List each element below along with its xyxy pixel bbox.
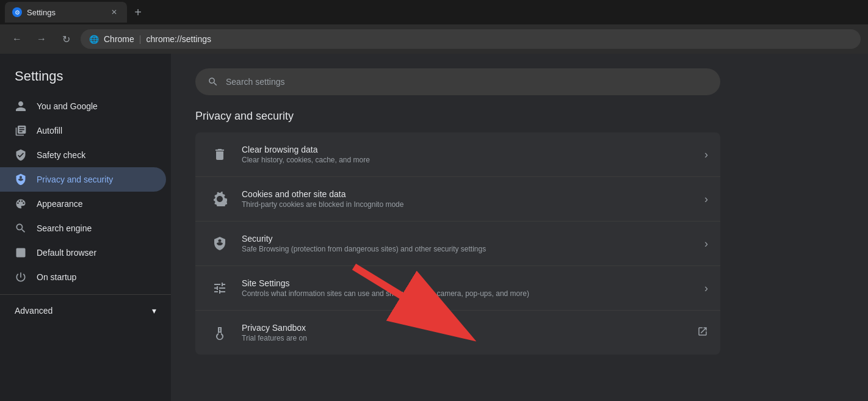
sidebar-item-label: On startup bbox=[37, 272, 76, 282]
trash-icon bbox=[208, 142, 232, 167]
reload-button[interactable]: ↻ bbox=[56, 29, 76, 49]
address-domain: Chrome bbox=[104, 34, 134, 44]
advanced-arrow-icon: ▾ bbox=[152, 306, 156, 316]
main-content: Privacy and security Clear browsing data… bbox=[171, 54, 868, 401]
chevron-right-icon: › bbox=[704, 282, 708, 295]
sidebar-item-you-and-google[interactable]: You and Google bbox=[0, 94, 166, 118]
sidebar-item-privacy-and-security[interactable]: Privacy and security bbox=[0, 167, 166, 192]
sidebar-item-label: You and Google bbox=[37, 101, 98, 111]
autofill-icon bbox=[15, 125, 27, 137]
sidebar-item-label: Safety check bbox=[37, 150, 85, 160]
chevron-right-icon: › bbox=[704, 193, 708, 206]
tab-bar: ⚙ Settings ✕ + bbox=[5, 2, 146, 23]
sidebar-item-autofill[interactable]: Autofill bbox=[0, 118, 166, 143]
sidebar-advanced-section[interactable]: Advanced ▾ bbox=[0, 300, 171, 322]
row-subtitle: Safe Browsing (protection from dangerous… bbox=[242, 245, 695, 253]
row-content-clear-browsing-data: Clear browsing data Clear history, cooki… bbox=[242, 145, 695, 164]
sidebar-title: Settings bbox=[0, 63, 171, 94]
sidebar-item-on-startup[interactable]: On startup bbox=[0, 265, 166, 289]
palette-icon bbox=[15, 198, 27, 210]
address-url: chrome://settings bbox=[146, 34, 211, 44]
settings-card: Clear browsing data Clear history, cooki… bbox=[195, 132, 720, 355]
sidebar: Settings You and Google Autofill Safety … bbox=[0, 54, 171, 401]
row-title: Clear browsing data bbox=[242, 145, 695, 154]
sidebar-item-label: Appearance bbox=[37, 199, 83, 209]
active-tab[interactable]: ⚙ Settings ✕ bbox=[5, 2, 127, 23]
forward-button[interactable]: → bbox=[32, 29, 51, 49]
sidebar-divider bbox=[0, 294, 171, 295]
tab-close-button[interactable]: ✕ bbox=[109, 7, 120, 18]
row-subtitle: Trial features are on bbox=[242, 334, 687, 342]
sidebar-item-label: Search engine bbox=[37, 223, 92, 233]
sidebar-item-search-engine[interactable]: Search engine bbox=[0, 216, 166, 240]
sidebar-item-safety-check[interactable]: Safety check bbox=[0, 143, 166, 167]
shield-lock-icon bbox=[15, 173, 27, 186]
shield-icon bbox=[15, 149, 27, 161]
person-icon bbox=[15, 100, 27, 112]
address-bar[interactable]: 🌐 Chrome | chrome://settings bbox=[81, 29, 861, 49]
content-wrapper: Clear browsing data Clear history, cooki… bbox=[195, 132, 844, 355]
row-title: Privacy Sandbox bbox=[242, 323, 687, 333]
browser-navbar: ← → ↻ 🌐 Chrome | chrome://settings bbox=[0, 24, 868, 54]
advanced-label: Advanced bbox=[15, 306, 52, 316]
chevron-right-icon: › bbox=[704, 237, 708, 250]
address-separator: | bbox=[139, 34, 142, 44]
sidebar-item-label: Autofill bbox=[37, 126, 62, 135]
sidebar-item-appearance[interactable]: Appearance bbox=[0, 192, 166, 216]
tab-title: Settings bbox=[27, 8, 104, 17]
back-button[interactable]: ← bbox=[7, 29, 27, 49]
external-link-icon bbox=[697, 326, 708, 339]
row-title: Cookies and other site data bbox=[242, 189, 695, 199]
row-subtitle: Controls what information sites can use … bbox=[242, 289, 695, 298]
search-bar[interactable] bbox=[195, 68, 720, 95]
row-content-privacy-sandbox: Privacy Sandbox Trial features are on bbox=[242, 323, 687, 342]
sidebar-item-label: Privacy and security bbox=[37, 175, 113, 184]
address-icon: 🌐 bbox=[89, 35, 99, 44]
sliders-icon bbox=[208, 276, 232, 300]
row-content-site-settings: Site Settings Controls what information … bbox=[242, 278, 695, 298]
flask-icon bbox=[208, 320, 232, 345]
section-title: Privacy and security bbox=[195, 110, 844, 123]
app-container: Settings You and Google Autofill Safety … bbox=[0, 54, 868, 401]
settings-row-site-settings[interactable]: Site Settings Controls what information … bbox=[195, 266, 720, 311]
chevron-right-icon: › bbox=[704, 148, 708, 161]
row-content-security: Security Safe Browsing (protection from … bbox=[242, 234, 695, 253]
power-icon bbox=[15, 271, 27, 283]
settings-row-privacy-sandbox[interactable]: Privacy Sandbox Trial features are on bbox=[195, 311, 720, 355]
search-input[interactable] bbox=[226, 77, 708, 87]
browser-titlebar: ⚙ Settings ✕ + bbox=[0, 0, 868, 24]
sidebar-item-default-browser[interactable]: Default browser bbox=[0, 240, 166, 265]
sidebar-item-label: Default browser bbox=[37, 248, 96, 258]
cookie-icon bbox=[208, 187, 232, 211]
tab-favicon: ⚙ bbox=[12, 7, 22, 17]
search-bar-icon bbox=[208, 76, 219, 87]
settings-row-security[interactable]: Security Safe Browsing (protection from … bbox=[195, 222, 720, 266]
settings-row-clear-browsing-data[interactable]: Clear browsing data Clear history, cooki… bbox=[195, 132, 720, 177]
shield-check-icon bbox=[208, 231, 232, 256]
row-content-cookies: Cookies and other site data Third-party … bbox=[242, 189, 695, 209]
row-title: Site Settings bbox=[242, 278, 695, 288]
browser-icon bbox=[15, 247, 27, 259]
row-title: Security bbox=[242, 234, 695, 244]
row-subtitle: Clear history, cookies, cache, and more bbox=[242, 156, 695, 164]
search-icon bbox=[15, 222, 27, 234]
settings-row-cookies[interactable]: Cookies and other site data Third-party … bbox=[195, 177, 720, 222]
new-tab-button[interactable]: + bbox=[129, 4, 146, 21]
search-bar-container bbox=[195, 68, 844, 95]
row-subtitle: Third-party cookies are blocked in Incog… bbox=[242, 200, 695, 209]
